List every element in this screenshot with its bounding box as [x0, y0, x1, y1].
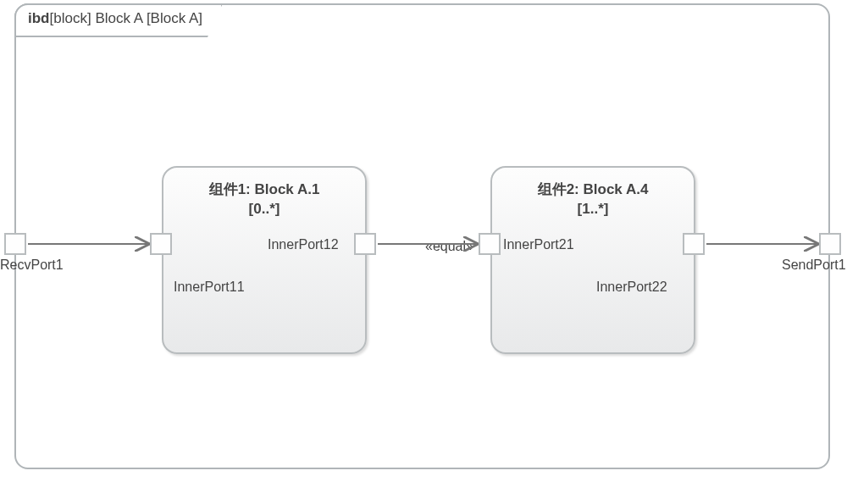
block2-title-prefix: 组件2:	[538, 181, 579, 197]
ibd-frame: ibd[block] Block A [Block A] 组件1: Block …	[14, 3, 830, 469]
label-innerport11: InnerPort11	[174, 280, 245, 295]
port-innerport22[interactable]	[683, 233, 705, 255]
port-innerport21[interactable]	[479, 233, 501, 255]
block-component-2[interactable]: 组件2: Block A.4 [1..*]	[490, 166, 695, 354]
connector-stereotype-equal: «equal»	[425, 239, 473, 254]
block1-title-type: Block A.1	[255, 181, 320, 197]
port-recvport1[interactable]	[4, 233, 26, 255]
port-sendport1[interactable]	[819, 233, 841, 255]
port-innerport12[interactable]	[354, 233, 376, 255]
frame-kind: ibd	[28, 10, 50, 26]
label-innerport12: InnerPort12	[268, 237, 339, 252]
label-innerport22: InnerPort22	[596, 280, 667, 295]
frame-title-tab: ibd[block] Block A [Block A]	[14, 3, 223, 37]
frame-stereotype: [block]	[50, 10, 91, 26]
block1-title: 组件1: Block A.1	[163, 168, 365, 199]
label-innerport21: InnerPort21	[503, 237, 574, 252]
label-recvport1: RecvPort1	[0, 258, 64, 273]
frame-bracket-name: [Block A]	[147, 10, 202, 26]
block-component-1[interactable]: 组件1: Block A.1 [0..*]	[162, 166, 367, 354]
diagram-canvas: ibd[block] Block A [Block A] 组件1: Block …	[0, 0, 847, 504]
block2-multiplicity: [1..*]	[492, 199, 694, 218]
block2-title: 组件2: Block A.4	[492, 168, 694, 199]
label-sendport1: SendPort1	[782, 258, 846, 273]
block1-title-prefix: 组件1:	[209, 181, 251, 197]
block2-title-type: Block A.4	[584, 181, 649, 197]
frame-name: Block A	[95, 10, 142, 26]
port-innerport11[interactable]	[150, 233, 172, 255]
block1-multiplicity: [0..*]	[163, 199, 365, 218]
